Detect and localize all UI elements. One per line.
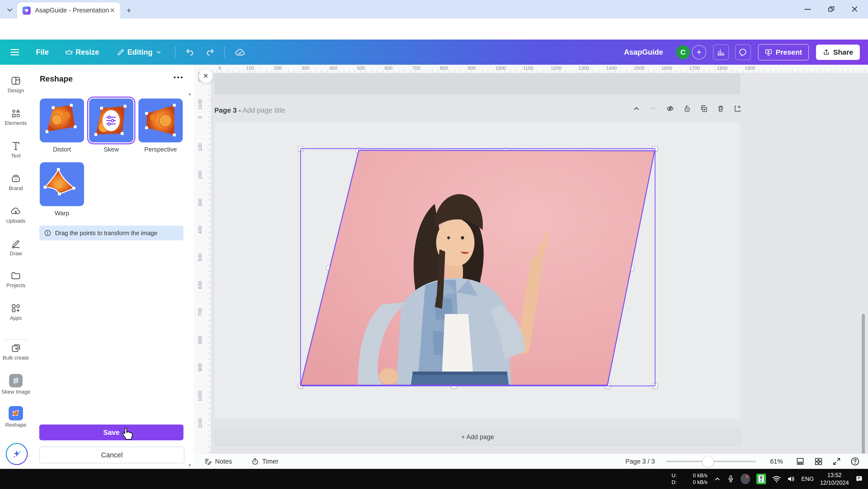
thumbnail-grid-icon[interactable] (814, 457, 823, 466)
move-page-down-icon[interactable] (649, 105, 657, 113)
add-page-button[interactable]: + Add page (214, 428, 741, 446)
hamburger-menu-icon[interactable] (10, 48, 20, 56)
undo-icon[interactable] (185, 48, 195, 57)
page-title-placeholder[interactable]: Add page title (243, 107, 285, 114)
bulk-create-icon (10, 343, 21, 353)
browser-titlebar: AsapGuide - Presentation ✕ + (0, 0, 868, 19)
window-restore-button[interactable] (828, 5, 835, 13)
cloud-saved-icon[interactable] (235, 48, 246, 57)
reshape-option-perspective[interactable] (138, 98, 183, 142)
canvas-scrollbar[interactable] (862, 314, 865, 468)
info-icon (44, 229, 51, 237)
tab-search-icon[interactable] (6, 6, 13, 13)
tray-expand-icon[interactable] (714, 475, 721, 483)
menu-file[interactable]: File (36, 48, 49, 57)
selected-image-element[interactable] (301, 149, 655, 386)
duplicate-page-icon[interactable] (700, 105, 708, 113)
ruler-label-v: 600 (197, 281, 203, 289)
ruler-label-h: 1300 (579, 65, 589, 71)
sidebar-item-text[interactable]: Text (0, 141, 32, 159)
elements-icon (10, 108, 21, 119)
sidebar-item-skew-image[interactable]: Skew Image (0, 374, 32, 395)
page-indicator[interactable]: Page 3 / 3 (625, 458, 655, 465)
move-page-up-icon[interactable] (632, 105, 641, 113)
team-name[interactable]: AsapGuide (624, 48, 663, 57)
menu-resize[interactable]: Resize (65, 48, 99, 57)
menu-editing[interactable]: Editing (117, 48, 162, 57)
crown-icon (65, 49, 72, 55)
svg-text:co: co (14, 178, 17, 181)
text-icon (10, 141, 21, 151)
ruler-label-v: 1000 (197, 391, 203, 402)
tab-close-icon[interactable]: ✕ (110, 7, 115, 14)
browser-tab[interactable]: AsapGuide - Presentation ✕ (17, 2, 120, 19)
hide-page-icon[interactable] (666, 105, 675, 113)
page-title-row: Page 3 - Add page title (214, 107, 285, 114)
sidebar-item-brand[interactable]: co Brand (0, 173, 32, 192)
volume-icon[interactable] (787, 475, 795, 483)
reshape-option-skew[interactable] (89, 98, 133, 142)
panel-close-button[interactable]: ✕ (199, 69, 213, 83)
sidebar-item-reshape[interactable]: Reshape (0, 406, 32, 428)
panel-more-button[interactable]: ••• (174, 74, 184, 82)
ruler-label-v: 1100 (197, 99, 203, 110)
bar-chart-icon (717, 48, 725, 56)
wifi-icon[interactable] (772, 475, 781, 483)
sidebar-item-draw[interactable]: Draw (0, 238, 32, 257)
timer-button[interactable]: Timer (251, 458, 279, 465)
help-icon[interactable] (850, 457, 860, 466)
sidebar-item-design[interactable]: Design (0, 76, 32, 94)
new-tab-button[interactable]: + (126, 6, 131, 15)
user-avatar[interactable]: C (676, 45, 690, 59)
ruler-label-h: 1000 (495, 65, 506, 71)
header-divider (175, 46, 176, 58)
apps-icon (10, 303, 21, 314)
notes-button[interactable]: Notes (204, 458, 232, 465)
photo-woman-pointing[interactable] (296, 144, 660, 391)
reshape-option-warp[interactable] (40, 162, 84, 206)
zoom-slider-thumb[interactable] (702, 456, 714, 467)
microphone-icon[interactable] (727, 475, 734, 483)
sidebar-item-uploads[interactable]: Uploads (0, 206, 32, 224)
sidebar-item-apps[interactable]: Apps (0, 303, 32, 321)
insights-button[interactable] (713, 44, 729, 60)
assistant-button[interactable] (6, 443, 28, 465)
sidebar-item-projects[interactable]: Projects (0, 270, 32, 289)
share-button[interactable]: Share (816, 45, 860, 60)
present-button[interactable]: Present (758, 44, 809, 60)
tray-green-app-icon[interactable] (756, 474, 766, 484)
clock-widget[interactable]: 13:52 12/10/2024 (820, 471, 849, 487)
sidebar-item-bulk-create[interactable]: Bulk create (0, 343, 32, 361)
grid-view-icon[interactable] (796, 457, 805, 466)
tray-app-icon[interactable] (741, 474, 750, 484)
invite-member-button[interactable]: + (692, 45, 706, 59)
sidebar-item-elements[interactable]: Elements (0, 108, 32, 126)
zoom-slider[interactable] (666, 461, 756, 462)
redo-icon[interactable] (205, 48, 215, 57)
notification-center-icon[interactable] (855, 475, 863, 483)
zoom-level[interactable]: 61% (767, 458, 786, 465)
panel-scroll-down-icon[interactable]: ▼ (188, 463, 192, 468)
ruler-label-v: 100 (197, 143, 203, 151)
ruler-label-h: 0 (218, 65, 221, 71)
comments-button[interactable] (735, 44, 751, 60)
keyboard-language[interactable]: ENG (801, 476, 814, 482)
panel-scroll-up-icon[interactable]: ▲ (188, 92, 192, 96)
ruler-label-h: 1400 (606, 65, 617, 71)
reshape-option-distort[interactable] (40, 98, 84, 142)
delete-page-icon[interactable] (717, 105, 725, 113)
window-minimize-button[interactable] (804, 8, 812, 11)
window-close-button[interactable] (851, 5, 859, 13)
lock-icon[interactable] (683, 105, 691, 113)
add-page-icon[interactable] (734, 105, 742, 113)
save-button[interactable]: Save (39, 425, 183, 440)
ruler-label-v: 800 (197, 336, 203, 344)
cancel-button[interactable]: Cancel (39, 447, 184, 463)
ruler-label-h: 1900 (744, 65, 755, 71)
tab-favicon (23, 6, 31, 15)
fullscreen-icon[interactable] (832, 457, 841, 466)
taskbar: U:0 kB/s D:0 kB/s (0, 469, 868, 489)
ruler-label-h: 1700 (689, 65, 700, 71)
reshape-app-icon (9, 406, 23, 421)
previous-page-bottom[interactable] (214, 74, 740, 94)
